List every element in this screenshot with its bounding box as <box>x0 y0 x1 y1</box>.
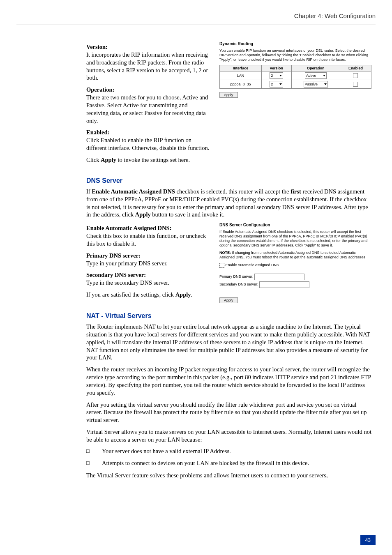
version-select[interactable]: 2 <box>270 81 283 88</box>
square-bullet-icon: □ <box>86 460 90 467</box>
th-operation: Operation <box>291 65 340 71</box>
operation-select[interactable]: Passive <box>304 81 328 88</box>
shot-desc-text: You can enable RIP function on serveral … <box>219 48 371 62</box>
apply-button[interactable]: Apply <box>219 92 238 98</box>
enabled-checkbox[interactable] <box>353 73 358 78</box>
nat-p1: The Router implements NAT to let your en… <box>86 323 371 362</box>
dynamic-routing-screenshot: Dynamic Routing You can enable RIP funct… <box>219 41 371 168</box>
chevron-down-icon <box>323 75 325 76</box>
nat-p2: When the router receives an incoming IP … <box>86 366 371 396</box>
chapter-title: Chapter 4: Web Configuration <box>16 12 376 22</box>
nat-p3: After you setting the virtual server you… <box>86 401 371 424</box>
primary-dns-input[interactable] <box>254 274 304 280</box>
version-select[interactable]: 2 <box>270 72 283 79</box>
apply-button[interactable]: Apply <box>219 297 238 303</box>
dns-two-col: Enable Automatic Assigned DNS: Check thi… <box>86 223 371 303</box>
enabled-label: Enabled: <box>86 129 109 136</box>
nat-p4: Virtual Server allows you to make server… <box>86 428 371 444</box>
primary-dns-label: Primary DNS server: <box>86 252 141 259</box>
auto-dns-text: Check this box to enable this function, … <box>86 233 206 247</box>
operation-text: There are two modes for you to choose, A… <box>86 94 208 124</box>
secondary-dns-field-label: Secondary DNS server: <box>219 282 258 286</box>
shot-note: NOTE: If changing from unselected Automa… <box>219 251 371 260</box>
operation-select[interactable]: Active <box>305 72 327 79</box>
shot-title: DNS Server Configuration <box>219 223 371 227</box>
dns-apply-sentence: If you are satisfied the settings, click… <box>86 291 210 299</box>
nat-p5: The Virtual Server feature solves these … <box>86 472 371 479</box>
chevron-down-icon <box>324 83 327 85</box>
rip-table: Interface Version Operation Enabled LAN … <box>219 65 371 89</box>
nat-heading: NAT - Virtual Servers <box>86 312 371 320</box>
auto-dns-checkbox-label: Enable Automatic Assigned DNS <box>226 263 279 267</box>
auto-dns-label: Enable Automatic Assigned DNS: <box>86 225 171 231</box>
primary-dns-field-label: Primary DNS server: <box>219 274 254 279</box>
secondary-dns-text: Type in the secondary DNS server. <box>86 279 169 286</box>
th-interface: Interface <box>220 65 262 71</box>
secondary-dns-label: Secondary DNS server: <box>86 272 146 278</box>
nat-list: □Your server does not have a valid exter… <box>86 448 371 467</box>
primary-dns-text: Type in your primary DNS server. <box>86 260 168 267</box>
shot-desc-text: If Enable Automatic Assigned DNS checkbo… <box>219 230 371 247</box>
secondary-dns-input[interactable] <box>259 281 309 288</box>
list-item: □Attempts to connect to devices on your … <box>86 460 371 467</box>
table-row: pppoa_8_35 2 Passive <box>220 80 371 89</box>
square-bullet-icon: □ <box>86 448 90 455</box>
dns-heading: DNS Server <box>86 177 371 184</box>
enabled-text: Click Enabled to enable the RIP function… <box>86 137 209 151</box>
cell-interface: LAN <box>220 71 262 80</box>
dns-intro: If Enable Automatic Assigned DNS checkbo… <box>86 188 371 219</box>
cell-interface: pppoa_8_35 <box>220 80 262 89</box>
enabled-checkbox[interactable] <box>353 82 358 87</box>
page-number: 43 <box>360 535 376 545</box>
dns-config-screenshot: DNS Server Configuration If Enable Autom… <box>219 223 371 303</box>
th-enabled: Enabled <box>340 65 371 71</box>
list-item: □Your server does not have a valid exter… <box>86 448 371 455</box>
shot-title: Dynamic Routing <box>219 41 371 46</box>
chevron-down-icon <box>279 75 282 76</box>
operation-label: Operation: <box>86 86 114 93</box>
version-label: Version: <box>86 44 108 50</box>
header-divider <box>16 25 376 25</box>
apply-sentence: Click Apply to invoke the settings set h… <box>86 156 210 164</box>
chevron-down-icon <box>279 83 282 85</box>
th-version: Version <box>262 65 292 71</box>
table-row: LAN 2 Active <box>220 71 371 80</box>
auto-dns-checkbox[interactable] <box>219 263 224 268</box>
rip-section: Version: It incorporates the RIP informa… <box>86 41 371 168</box>
version-text: It incorporates the RIP information when… <box>86 51 208 81</box>
